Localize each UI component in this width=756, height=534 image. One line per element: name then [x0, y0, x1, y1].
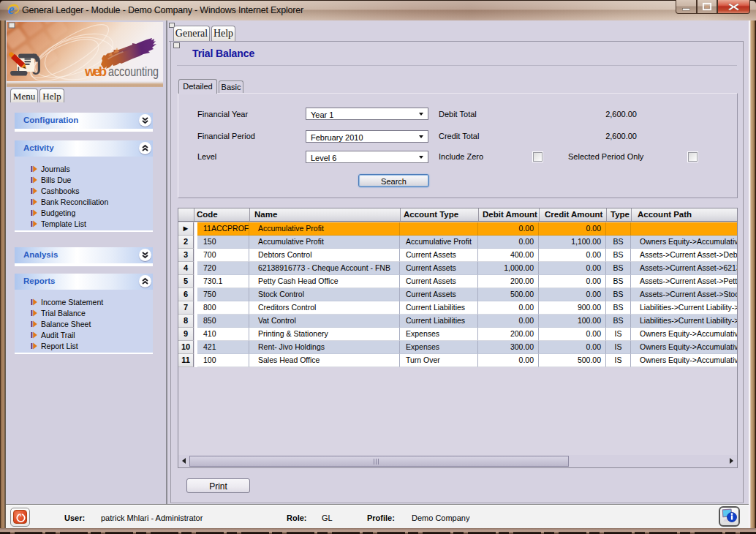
- svg-text:web: web: [84, 64, 107, 79]
- svg-text:accounting: accounting: [108, 64, 159, 79]
